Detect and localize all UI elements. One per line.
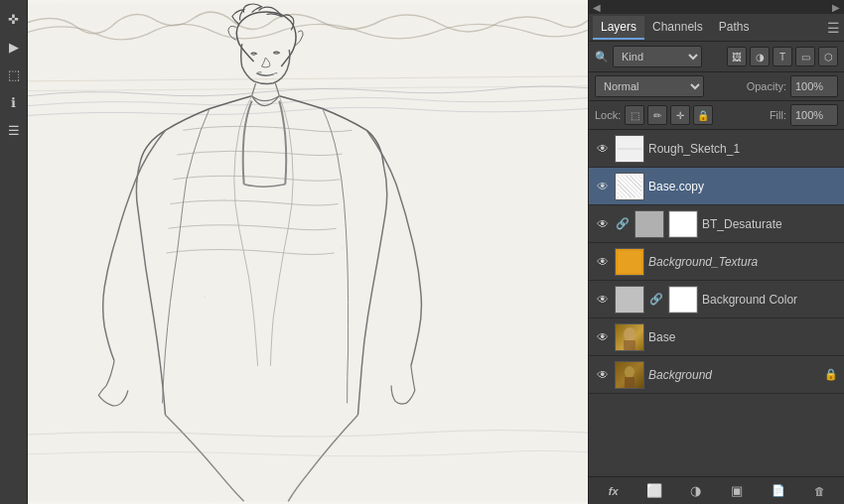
filter-icons: 🖼 ◑ T ▭ ⬡ [727,47,838,66]
layer-item-base-copy[interactable]: 👁 Base.copy [589,168,844,205]
layer-lock-icon-background: 🔒 [824,368,838,381]
move-tool[interactable]: ✜ [3,8,25,30]
collapse-left-btn[interactable]: ◀ [593,2,601,13]
layer-visibility-background-texture[interactable]: 👁 [595,254,611,270]
layer-thumb-background [615,361,644,389]
tab-layers[interactable]: Layers [593,16,644,40]
layers-tool-icon[interactable]: ☰ [3,119,25,141]
select-tool[interactable]: ⬚ [3,63,25,85]
lock-fill-row: Lock: ⬚ ✏ ✛ 🔒 Fill: [589,101,844,130]
collapse-right-btn[interactable]: ▶ [832,2,840,13]
filter-image-icon[interactable]: 🖼 [727,47,747,66]
layer-thumb-base-copy [615,173,644,200]
lock-pixels-btn[interactable]: ⬚ [625,105,644,125]
filter-type-icon[interactable]: T [773,47,792,66]
blend-mode-select[interactable]: Normal Multiply Screen Overlay [595,75,704,97]
filter-row: 🔍 Kind 🖼 ◑ T ▭ ⬡ [589,42,844,72]
layer-link-icon-bt-desaturate: 🔗 [616,217,630,230]
lock-image-btn[interactable]: ✏ [647,105,667,125]
group-layers-button[interactable]: ▣ [726,480,748,502]
layer-mask-background-color [668,286,698,314]
kind-select[interactable]: Kind [613,46,702,67]
play-button[interactable]: ▶ [3,36,25,58]
sketch-drawing [28,0,588,504]
adjustment-layer-button[interactable]: ◑ [685,480,707,502]
new-layer-button[interactable]: 📄 [768,480,789,502]
layer-name-bt-desaturate: BT_Desaturate [702,217,838,231]
layer-name-rough-sketch-1: Rough_Sketch_1 [648,142,838,156]
svg-rect-17 [624,340,635,350]
layer-item-rough-sketch-1[interactable]: 👁 Rough_Sketch_1 [589,130,844,168]
svg-rect-10 [669,211,697,237]
opacity-label: Opacity: [747,80,786,92]
panel-menu-btn[interactable]: ☰ [827,20,840,36]
fx-button[interactable]: fx [603,480,625,502]
layer-thumb-base [615,323,644,351]
svg-rect-20 [625,377,634,388]
svg-point-3 [223,198,225,200]
svg-rect-9 [635,211,663,237]
filter-smart-icon[interactable]: ⬡ [818,47,838,66]
layer-visibility-rough-sketch-1[interactable]: 👁 [595,141,611,157]
layer-name-base: Base [648,330,838,344]
tab-paths[interactable]: Paths [711,16,758,40]
blend-mode-row: Normal Multiply Screen Overlay Opacity: [589,72,844,101]
opacity-input[interactable] [790,75,838,97]
svg-point-19 [625,366,634,378]
canvas-area [28,0,588,504]
layer-thumb-bt-desaturate [634,210,664,238]
layer-link-icon-bg-color: 🔗 [649,293,663,306]
filter-shape-icon[interactable]: ▭ [795,47,815,66]
search-icon: 🔍 [595,51,609,63]
layer-visibility-bt-desaturate[interactable]: 👁 [595,216,611,232]
lock-position-btn[interactable]: ✛ [670,105,690,125]
panel-top-bar: ◀ ▶ [589,0,844,14]
layer-thumb-rough-sketch-1 [615,135,644,163]
layer-name-background-texture: Background_Textura [648,255,838,269]
layer-visibility-base[interactable]: 👁 [595,329,611,345]
layer-visibility-background-color[interactable]: 👁 [595,292,611,308]
svg-rect-8 [616,174,643,199]
right-panel: ◀ ▶ Layers Channels Paths ☰ 🔍 Kind 🖼 ◑ T… [588,0,844,504]
info-tool[interactable]: ℹ [3,91,25,113]
layer-name-base-copy: Base.copy [648,180,838,193]
layer-item-background[interactable]: 👁 Background 🔒 [589,356,844,394]
filter-adjustment-icon[interactable]: ◑ [750,47,770,66]
layer-item-background-color[interactable]: 👁 🔗 Background Color [589,281,844,318]
layer-visibility-base-copy[interactable]: 👁 [595,179,611,194]
svg-point-5 [204,297,206,299]
fill-input[interactable] [790,104,838,126]
svg-rect-13 [616,287,643,313]
svg-point-16 [624,327,635,341]
layer-thumb-background-texture [615,248,644,276]
svg-point-4 [342,247,344,249]
layers-list: 👁 Rough_Sketch_1 👁 Base.copy 👁 🔗 [589,130,844,476]
left-toolbar: ✜ ▶ ⬚ ℹ ☰ [0,0,28,504]
delete-layer-button[interactable]: 🗑 [808,480,830,502]
lock-label: Lock: [595,109,621,121]
tab-channels[interactable]: Channels [644,16,711,40]
layer-item-background-texture[interactable]: 👁 Background_Textura [589,243,844,281]
panel-bottom-toolbar: fx ⬜ ◑ ▣ 📄 🗑 [589,476,844,504]
layer-item-bt-desaturate[interactable]: 👁 🔗 BT_Desaturate [589,205,844,243]
sketch-canvas [28,0,588,504]
tabs-row: Layers Channels Paths ☰ [589,14,844,42]
layer-thumb-background-color [615,286,644,314]
layer-name-background-color: Background Color [702,293,838,307]
layer-item-base[interactable]: 👁 Base [589,318,844,356]
fill-label: Fill: [770,109,786,121]
layer-mask-bt-desaturate [668,210,698,238]
add-mask-button[interactable]: ⬜ [643,480,665,502]
layer-name-background: Background [648,368,820,382]
lock-all-btn[interactable]: 🔒 [693,105,713,125]
svg-rect-11 [616,249,643,275]
lock-icons: ⬚ ✏ ✛ 🔒 [625,105,713,125]
layer-visibility-background[interactable]: 👁 [595,367,611,383]
svg-rect-14 [669,287,697,313]
